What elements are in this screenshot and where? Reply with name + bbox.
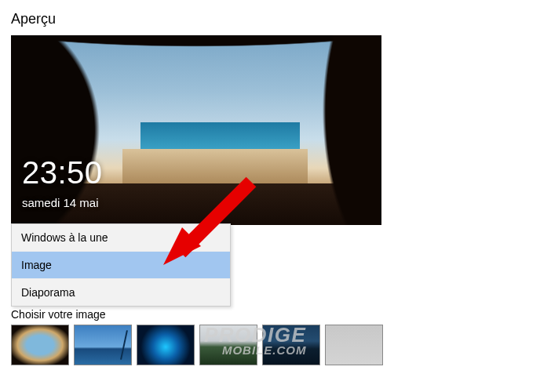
thumbnail-2[interactable]	[74, 325, 132, 365]
image-thumbnails	[11, 325, 383, 365]
lockscreen-time: 23:50	[22, 155, 103, 191]
thumbnail-5[interactable]	[262, 325, 320, 365]
thumbnail-1[interactable]	[11, 325, 69, 365]
choose-image-label: Choisir votre image	[11, 308, 106, 321]
lockscreen-preview: 23:50 samedi 14 mai	[11, 35, 381, 225]
dropdown-option-slideshow[interactable]: Diaporama	[12, 279, 230, 306]
thumbnail-4[interactable]	[199, 325, 257, 365]
section-title: Aperçu	[11, 11, 540, 27]
thumbnail-6[interactable]	[325, 325, 383, 365]
lockscreen-date: samedi 14 mai	[22, 196, 99, 209]
thumbnail-3[interactable]	[137, 325, 195, 365]
dropdown-option-windows-spotlight[interactable]: Windows à la une	[12, 224, 230, 252]
dropdown-option-image[interactable]: Image	[12, 252, 230, 279]
background-dropdown[interactable]: Windows à la une Image Diaporama	[11, 223, 231, 307]
